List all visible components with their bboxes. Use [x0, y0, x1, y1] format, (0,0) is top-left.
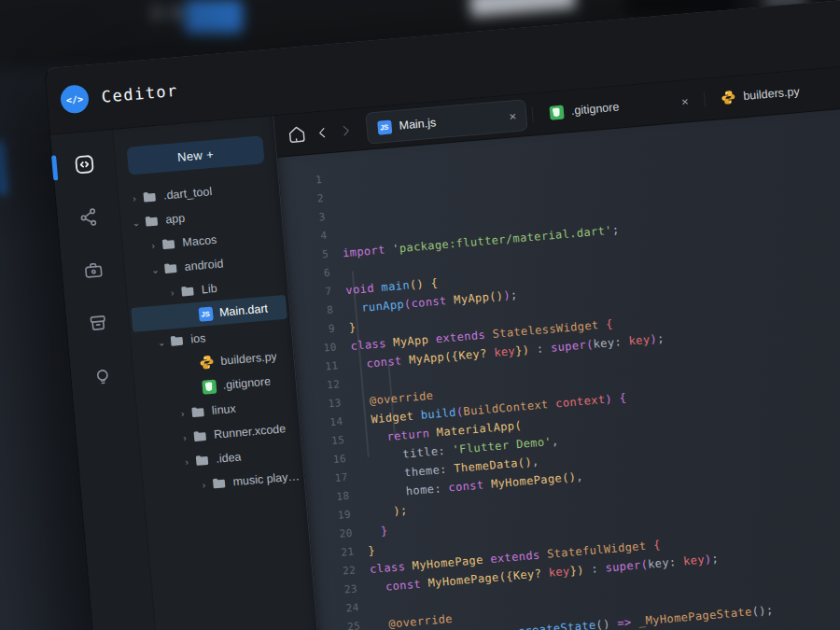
app-title: Ceditor	[101, 81, 179, 106]
folder-icon	[161, 236, 176, 252]
folder-icon	[179, 283, 195, 299]
close-icon[interactable]: ×	[509, 109, 517, 122]
archive-box-icon[interactable]	[79, 305, 116, 342]
tree-chevron-icon: ›	[180, 455, 193, 467]
close-icon[interactable]: ×	[680, 95, 689, 108]
tree-chevron-icon: ›	[147, 240, 160, 251]
active-view-indicator	[51, 155, 58, 180]
	[186, 363, 198, 364]
git-icon	[201, 378, 217, 394]
git-network-icon[interactable]	[70, 199, 106, 235]
code-content: import 'package:flutter/material.dart'; …	[335, 135, 785, 630]
folder-icon	[211, 475, 227, 491]
	[188, 387, 200, 388]
python-icon	[721, 90, 736, 105]
gitignore-file-icon	[549, 105, 564, 119]
briefcase-icon[interactable]	[75, 252, 111, 288]
tree-chevron-icon: ›	[128, 192, 141, 203]
code-editor[interactable]: 1234567891011121314151617181920212223242…	[277, 91, 840, 630]
tree-chevron-icon: ›	[166, 287, 179, 298]
tab-builders-py[interactable]: builders.py×	[709, 69, 840, 115]
tab-separator	[704, 92, 706, 107]
folder-icon	[169, 332, 185, 348]
js-icon: JS	[197, 306, 213, 322]
folder-icon	[189, 404, 205, 420]
tree-chevron-icon: ⌄	[130, 217, 143, 228]
git-icon	[548, 105, 564, 120]
	[184, 315, 196, 315]
screenshot-canvas: </> Ceditor New + ›.dart_tool⌄app›Macos⌄…	[0, 0, 840, 630]
app-logo-code-icon[interactable]: </>	[60, 84, 90, 114]
folder-icon	[162, 260, 178, 276]
chevron-right-icon[interactable]	[337, 121, 354, 138]
chevron-left-icon[interactable]	[314, 124, 330, 141]
tree-chevron-icon: ›	[176, 408, 189, 419]
folder-icon	[144, 213, 160, 229]
tree-chevron-icon: ›	[178, 432, 191, 443]
python-icon	[199, 355, 215, 371]
js-file-icon: JS	[198, 306, 213, 321]
js-file-icon: JS	[377, 119, 392, 134]
python-file-icon	[721, 90, 736, 105]
folder-icon	[194, 452, 210, 468]
new-file-button[interactable]: New +	[127, 135, 265, 175]
editor-window: </> Ceditor New + ›.dart_tool⌄app›Macos⌄…	[44, 0, 840, 630]
tree-chevron-icon: ›	[197, 479, 210, 490]
home-icon[interactable]	[286, 123, 308, 146]
folder-icon	[142, 189, 158, 204]
lightbulb-icon[interactable]	[84, 357, 120, 394]
file-tree: ›.dart_tool⌄app›Macos⌄android›LibJSMain.…	[118, 174, 304, 501]
tree-chevron-icon: ⌄	[148, 264, 161, 275]
code-editor-icon[interactable]	[65, 146, 102, 182]
python-file-icon	[199, 355, 215, 371]
folder-icon	[192, 427, 208, 443]
tree-chevron-icon: ⌄	[155, 336, 168, 347]
js-icon: JS	[376, 119, 392, 134]
tab-separator	[531, 106, 533, 121]
gitignore-file-icon	[202, 379, 217, 394]
